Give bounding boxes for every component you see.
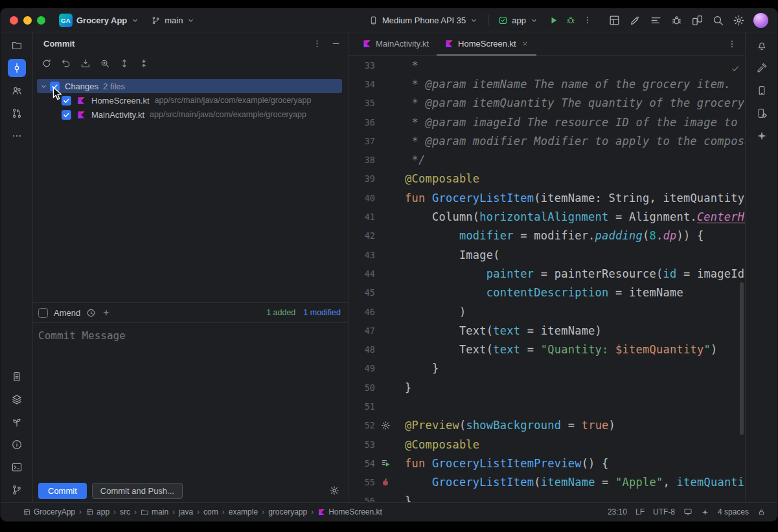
caret-position[interactable]: 23:10 <box>608 507 627 516</box>
chevron-expanded-icon[interactable] <box>40 82 48 91</box>
tool-pull-requests[interactable] <box>8 82 26 100</box>
commit-button[interactable]: Commit <box>38 483 87 499</box>
amend-checkbox[interactable] <box>38 308 48 318</box>
rollback-icon[interactable] <box>58 56 73 71</box>
branch-name: main <box>165 16 183 25</box>
line-separator[interactable]: LF <box>635 507 645 516</box>
commit-settings-gear-icon[interactable] <box>329 485 339 496</box>
expand-all-icon[interactable] <box>117 56 132 71</box>
hide-panel-icon[interactable] <box>331 39 341 49</box>
more-actions-icon[interactable] <box>582 15 593 25</box>
chevron-down-icon <box>530 16 538 25</box>
file-encoding[interactable]: UTF-8 <box>653 507 675 516</box>
changes-tree[interactable]: Changes 2 files HomeScreen.ktapp/src/mai… <box>33 72 349 302</box>
run-button[interactable] <box>548 15 559 26</box>
tool-running-devices[interactable] <box>753 82 771 100</box>
tool-problems[interactable] <box>8 436 26 454</box>
zoom-window-button[interactable] <box>37 16 45 25</box>
commit-message-input[interactable]: Commit Message <box>33 322 349 479</box>
tool-more-tools[interactable] <box>8 127 26 145</box>
tool-gradle[interactable] <box>753 59 771 77</box>
line-number: 49 <box>349 363 375 373</box>
run-configuration-selector[interactable]: app <box>495 14 542 27</box>
breadcrumb-item[interactable]: java <box>179 507 193 516</box>
tool-device-explorer[interactable] <box>8 368 26 386</box>
app-quality-insights-icon[interactable] <box>670 14 683 27</box>
refresh-icon[interactable] <box>39 56 54 71</box>
close-window-button[interactable] <box>10 16 18 25</box>
tool-resource-manager[interactable] <box>8 390 26 408</box>
profile-avatar[interactable] <box>753 13 768 28</box>
debug-button[interactable] <box>566 15 576 25</box>
indent-setting[interactable]: 4 spaces <box>718 507 749 516</box>
breadcrumb-item[interactable]: GroceryApp <box>23 507 75 516</box>
tab-HomeScreen.kt[interactable]: HomeScreen.kt <box>437 32 536 55</box>
preview-settings-gear-icon[interactable] <box>381 421 391 430</box>
pull-requests-icon <box>11 85 23 96</box>
ai-sparkle-icon[interactable] <box>102 308 111 317</box>
run-preview-icon[interactable] <box>381 458 391 469</box>
logcat-icon[interactable] <box>650 14 662 27</box>
tool-branches[interactable] <box>8 104 26 122</box>
tool-device-manager[interactable] <box>753 104 771 122</box>
search-icon[interactable] <box>712 14 724 27</box>
tool-notifications[interactable] <box>753 36 771 54</box>
breadcrumb-item[interactable]: HomeScreen.kt <box>317 507 382 516</box>
breadcrumb-item[interactable]: example <box>229 507 258 516</box>
file-checkbox[interactable] <box>62 110 71 120</box>
tool-terminal[interactable] <box>8 458 26 476</box>
gutter <box>375 421 405 430</box>
breadcrumb-separator: › <box>172 507 175 516</box>
chevron-down-icon <box>470 16 478 25</box>
code-text: @Composable <box>405 172 745 185</box>
close-tab-icon[interactable] <box>521 40 529 47</box>
editor-scrollbar[interactable] <box>740 282 744 435</box>
changed-file-row[interactable]: MainActivity.ktapp/src/main/java/com/exa… <box>37 107 342 122</box>
pair-devices-icon[interactable] <box>691 14 704 27</box>
breadcrumb-item[interactable]: com <box>203 507 218 516</box>
code-line: 50} <box>349 378 745 397</box>
line-number: 53 <box>349 439 375 450</box>
gemini-icon[interactable] <box>629 14 641 27</box>
tool-gemini[interactable] <box>753 127 771 145</box>
layout-inspector-icon[interactable] <box>608 14 621 27</box>
code-editor[interactable]: 33 *34 * @param itemName The name of the… <box>349 56 745 502</box>
gemini-sparkle-icon[interactable] <box>701 508 709 516</box>
shelve-icon[interactable] <box>78 56 93 71</box>
breadcrumb-separator: › <box>197 507 200 516</box>
tab-MainActivity.kt[interactable]: MainActivity.kt <box>354 32 437 55</box>
tool-version-control[interactable] <box>8 481 26 499</box>
collapse-all-icon[interactable] <box>136 56 151 71</box>
code-text: Column(horizontalAlignment = Alignment.C… <box>405 210 745 223</box>
screen-icon[interactable] <box>683 507 692 516</box>
code-line: 36 * @param imageId The resource ID of t… <box>349 113 745 131</box>
tool-app-inspection[interactable] <box>8 413 26 431</box>
more-tools-icon <box>11 130 23 142</box>
settings-icon[interactable] <box>733 14 745 27</box>
breadcrumb-item[interactable]: main <box>141 507 168 516</box>
drawable-preview-icon[interactable] <box>381 478 390 487</box>
breadcrumb-item[interactable]: src <box>120 507 130 516</box>
device-explorer-icon <box>11 371 23 382</box>
device-name: Medium Phone API 35 <box>382 16 466 25</box>
project-selector[interactable]: GA Grocery App <box>56 12 143 29</box>
minimize-window-button[interactable] <box>23 16 32 25</box>
panel-options-icon[interactable] <box>312 39 322 49</box>
branch-selector[interactable]: main <box>148 14 198 27</box>
commit-and-push-button[interactable]: Commit and Push... <box>92 483 183 499</box>
changed-file-row[interactable]: HomeScreen.ktapp/src/main/java/com/examp… <box>37 93 342 107</box>
tool-project[interactable] <box>8 36 26 54</box>
device-selector[interactable]: Medium Phone API 35 <box>365 14 481 27</box>
tool-commit[interactable] <box>8 59 26 77</box>
gradle-icon <box>756 62 768 74</box>
breadcrumb-item[interactable]: app <box>86 507 109 516</box>
history-icon[interactable] <box>86 308 96 318</box>
code-line: 54fun GroceryListItemPreview() { <box>349 454 745 472</box>
commit-icon <box>11 62 23 74</box>
breadcrumb-item[interactable]: groceryapp <box>268 507 307 516</box>
readonly-lock-icon[interactable] <box>757 508 766 516</box>
changes-root-row[interactable]: Changes 2 files <box>37 79 342 93</box>
show-diff-icon[interactable] <box>97 56 112 71</box>
inspections-ok-icon[interactable] <box>731 63 740 76</box>
tab-list-icon[interactable] <box>727 32 737 55</box>
